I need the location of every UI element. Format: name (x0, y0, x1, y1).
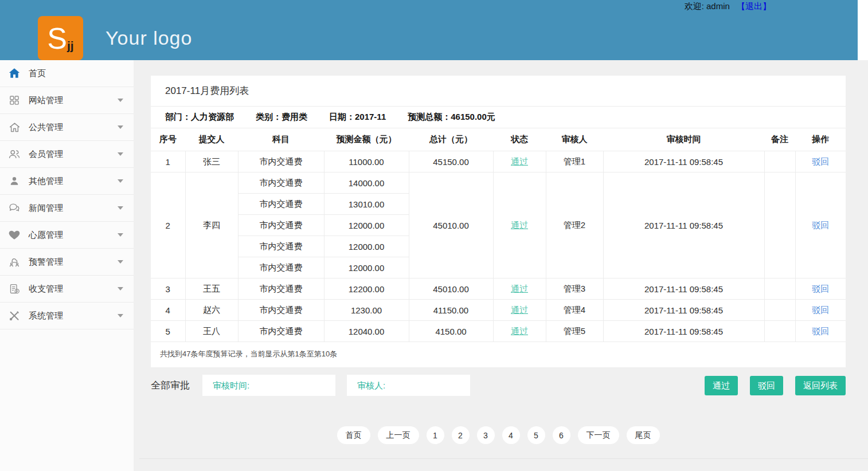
amount-cell: 12000.00 (324, 215, 409, 236)
amount-cell: 12200.00 (324, 278, 409, 300)
row-number-cell: 3 (151, 278, 185, 300)
status-link[interactable]: 通过 (511, 284, 528, 293)
row-number-cell: 5 (151, 321, 185, 342)
page-button-1[interactable]: 1 (427, 426, 444, 444)
info-label: 日期： (329, 112, 355, 121)
auditor-cell: 管理4 (546, 300, 603, 321)
sidebar-item-warning[interactable]: 预警管理 (0, 249, 134, 276)
total-cell: 41150.00 (409, 300, 493, 321)
auditor-input[interactable] (347, 375, 470, 396)
total-cell: 45150.00 (409, 151, 493, 172)
info-value: 费用类 (281, 112, 307, 121)
info-group: 日期：2017-11 (329, 112, 386, 123)
info-label: 类别： (256, 112, 281, 121)
auditor-cell: 管理3 (546, 278, 603, 300)
page-button-2[interactable]: 2 (452, 426, 470, 444)
subject-cell: 市内交通费 (238, 172, 324, 194)
submitter-cell: 王五 (185, 278, 238, 300)
chat-icon (7, 202, 22, 214)
sidebar-item-member[interactable]: 会员管理 (0, 141, 134, 168)
reject-link[interactable]: 驳回 (812, 220, 829, 230)
action-cell: 驳回 (795, 278, 846, 300)
page-button-3[interactable]: 3 (477, 426, 495, 444)
auditor-cell: 管理1 (546, 151, 603, 172)
users-icon (7, 148, 22, 160)
sidebar-item-public[interactable]: 公共管理 (0, 114, 134, 141)
reject-link[interactable]: 驳回 (812, 156, 829, 166)
status-link[interactable]: 通过 (511, 220, 528, 230)
page: S jj Your logo 欢迎: admin 【退出】 首页网站管理公共管理… (0, 0, 868, 471)
chevron-down-icon (118, 152, 123, 156)
amount-cell: 12000.00 (324, 257, 409, 278)
sidebar-item-label: 心愿管理 (29, 230, 118, 241)
sidebar-item-home[interactable]: 首页 (0, 60, 134, 87)
page-button-last[interactable]: 尾页 (627, 426, 660, 444)
sidebar-item-news[interactable]: 新闻管理 (0, 195, 134, 222)
page-button-first[interactable]: 首页 (337, 426, 370, 444)
sidebar-item-label: 其他管理 (29, 176, 118, 187)
approve-button-group: 通过 驳回 返回列表 (705, 376, 846, 395)
back-to-list-button[interactable]: 返回列表 (795, 376, 846, 395)
page-button-6[interactable]: 6 (553, 426, 570, 444)
sidebar-item-label: 首页 (29, 68, 123, 79)
expense-table: 序号提交人科目预测金额（元）总计（元）状态审核人审核时间备注操作 1张三市内交通… (151, 128, 846, 342)
total-cell: 45010.00 (409, 172, 493, 278)
bottom-divider (139, 458, 868, 459)
record-count-summary: 共找到47条年度预算记录，当前显示从第1条至第10条 (151, 342, 846, 367)
chevron-down-icon (118, 125, 123, 129)
page-button-5[interactable]: 5 (527, 426, 545, 444)
audit-time-cell: 2017-11-11 09:58:45 (603, 300, 764, 321)
sidebar-item-system[interactable]: 系统管理 (0, 303, 134, 329)
info-label: 部门： (165, 112, 191, 121)
subject-cell: 市内交通费 (238, 257, 324, 278)
approve-button[interactable]: 通过 (705, 376, 738, 395)
row-number-cell: 4 (151, 300, 185, 321)
page-button-prev[interactable]: 上一页 (378, 426, 419, 444)
panel-info-bar: 部门：人力资源部类别：费用类日期：2017-11预测总额：46150.00元 (151, 107, 846, 128)
page-button-next[interactable]: 下一页 (578, 426, 619, 444)
reject-link[interactable]: 驳回 (812, 305, 829, 315)
subject-cell: 市内交通费 (238, 151, 324, 172)
auditor-cell: 管理2 (546, 172, 603, 278)
sidebar-item-finance[interactable]: 收支管理 (0, 276, 134, 303)
column-header: 科目 (238, 128, 324, 151)
top-header: S jj Your logo 欢迎: admin 【退出】 (0, 0, 858, 60)
warning-icon (7, 256, 22, 268)
status-link[interactable]: 通过 (511, 326, 528, 336)
status-link[interactable]: 通过 (511, 305, 528, 315)
column-header: 预测金额（元） (324, 128, 409, 151)
sidebar-item-label: 会员管理 (29, 149, 118, 160)
welcome-label: 欢迎: (685, 1, 704, 11)
reject-button[interactable]: 驳回 (750, 376, 783, 395)
info-group: 类别：费用类 (256, 112, 307, 123)
subject-cell: 市内交通费 (238, 194, 324, 215)
username: admin (706, 1, 730, 11)
page-button-4[interactable]: 4 (502, 426, 520, 444)
status-cell: 通过 (493, 321, 546, 342)
column-header: 审核时间 (603, 128, 764, 151)
logout-link[interactable]: 【退出】 (737, 1, 771, 11)
table-row: 4赵六市内交通费1230.0041150.00通过管理42017-11-11 0… (151, 300, 846, 321)
sidebar-item-wish[interactable]: 心愿管理 (0, 222, 134, 249)
amount-cell: 12000.00 (324, 236, 409, 257)
status-link[interactable]: 通过 (511, 156, 528, 166)
reject-link[interactable]: 驳回 (812, 326, 829, 336)
submitter-cell: 李四 (185, 172, 238, 278)
logo-text: Your logo (105, 27, 192, 49)
expense-panel: 2017-11月费用列表 部门：人力资源部类别：费用类日期：2017-11预测总… (151, 76, 846, 367)
reject-link[interactable]: 驳回 (812, 284, 829, 293)
sidebar-item-site[interactable]: 网站管理 (0, 87, 134, 114)
info-group: 部门：人力资源部 (165, 112, 234, 123)
note-cell (764, 172, 795, 278)
audit-time-input[interactable] (202, 375, 335, 396)
sidebar-item-label: 预警管理 (29, 257, 118, 268)
sidebar-item-other[interactable]: 其他管理 (0, 168, 134, 195)
info-label: 预测总额： (408, 112, 451, 121)
amount-cell: 14000.00 (324, 172, 409, 194)
table-row: 5王八市内交通费12040.004150.00通过管理52017-11-11 0… (151, 321, 846, 342)
chevron-down-icon (118, 260, 123, 264)
batch-approve-label: 全部审批 (151, 375, 190, 396)
table-row: 1张三市内交通费11000.0045150.00通过管理12017-11-11 … (151, 151, 846, 172)
note-cell (764, 300, 795, 321)
tools-icon (7, 309, 22, 322)
